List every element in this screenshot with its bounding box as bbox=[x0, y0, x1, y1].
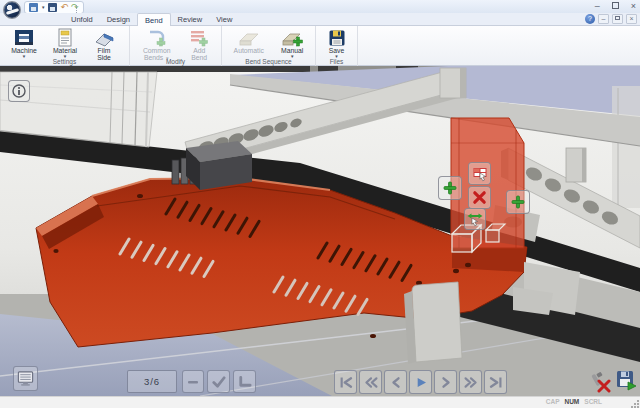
previous-icon bbox=[388, 375, 404, 390]
delete-tool-button[interactable] bbox=[468, 186, 491, 209]
application-window: ▼ ↶ ↷ – × Unfold Design Bend Review View… bbox=[0, 0, 640, 408]
screw-hole bbox=[53, 249, 58, 253]
manual-button[interactable]: Manual ▼ bbox=[272, 27, 312, 59]
add-tool-right-button[interactable] bbox=[506, 190, 530, 214]
check-icon bbox=[211, 374, 226, 389]
maximize-button[interactable] bbox=[612, 0, 619, 12]
screw-hole bbox=[453, 269, 459, 273]
rewind-button[interactable] bbox=[359, 370, 382, 394]
add-bend-icon bbox=[188, 28, 210, 47]
corner-step-button[interactable] bbox=[233, 370, 256, 393]
manual-icon bbox=[281, 28, 303, 47]
restore-icon bbox=[615, 16, 620, 20]
export-save-button[interactable] bbox=[615, 369, 638, 392]
save-dropdown-icon[interactable]: ▼ bbox=[41, 5, 45, 10]
save-all-icon[interactable] bbox=[48, 3, 57, 12]
minimize-button[interactable]: – bbox=[595, 0, 600, 12]
ribbon-group-modify: Common Bends ▼ Add Bend Modify bbox=[130, 26, 222, 66]
film-side-icon bbox=[93, 28, 115, 47]
monitor-icon bbox=[16, 369, 35, 388]
grid-cursor-icon bbox=[472, 166, 488, 182]
info-button[interactable] bbox=[8, 80, 30, 102]
screw-hole bbox=[465, 263, 471, 267]
delete-x-icon bbox=[472, 190, 487, 205]
automatic-icon bbox=[238, 28, 260, 47]
corner-icon bbox=[237, 374, 252, 389]
minus-icon bbox=[186, 375, 200, 389]
scene-canvas bbox=[0, 66, 640, 396]
play-button[interactable] bbox=[409, 370, 432, 394]
document-minimize-button[interactable]: – bbox=[598, 14, 609, 24]
window-controls: – × bbox=[595, 0, 636, 12]
group-label-files: Files bbox=[316, 58, 357, 66]
move-arrow-icon bbox=[467, 211, 483, 227]
previous-button[interactable] bbox=[384, 370, 407, 394]
tool-delete-icon bbox=[591, 372, 612, 393]
fast-forward-icon bbox=[463, 375, 479, 390]
ribbon: Machine ▼ Material ▼ Film Side Settings bbox=[0, 26, 640, 66]
automatic-button[interactable]: Automatic bbox=[225, 27, 272, 54]
screw-hole bbox=[137, 194, 143, 198]
titlebar: ▼ ↶ ↷ – × bbox=[0, 0, 640, 13]
app-logo-icon[interactable] bbox=[3, 1, 21, 19]
skip-last-button[interactable] bbox=[484, 370, 507, 394]
common-bends-button[interactable]: Common Bends ▼ bbox=[133, 27, 180, 61]
delete-setup-button[interactable] bbox=[591, 372, 612, 393]
confirm-step-button[interactable] bbox=[207, 370, 230, 393]
top-beam-edge bbox=[0, 66, 310, 72]
skip-last-icon bbox=[488, 375, 504, 390]
document-restore-button[interactable] bbox=[612, 14, 623, 24]
status-bar: CAP NUM SCRL bbox=[0, 396, 640, 408]
right-machine-column bbox=[612, 86, 640, 208]
close-button[interactable]: × bbox=[631, 0, 636, 12]
tab-review[interactable]: Review bbox=[171, 13, 210, 26]
group-label-bend-sequence: Bend Sequence bbox=[222, 58, 315, 66]
next-button[interactable] bbox=[434, 370, 457, 394]
save-export-icon bbox=[615, 369, 638, 392]
resize-grip[interactable] bbox=[630, 399, 639, 408]
skip-first-icon bbox=[338, 375, 354, 390]
toolbar-separator bbox=[76, 5, 79, 13]
info-icon bbox=[12, 84, 26, 98]
rewind-icon bbox=[363, 375, 379, 390]
tab-bend[interactable]: Bend bbox=[137, 13, 171, 26]
bend-step-indicator[interactable]: 3/6 bbox=[127, 370, 177, 393]
screw-hole bbox=[370, 334, 376, 338]
tab-view[interactable]: View bbox=[209, 13, 239, 26]
move-tool-button[interactable] bbox=[464, 208, 486, 230]
3d-viewport[interactable]: 3/6 bbox=[0, 66, 640, 396]
select-zone-button[interactable] bbox=[468, 162, 491, 185]
play-icon bbox=[413, 375, 429, 390]
tab-design[interactable]: Design bbox=[100, 13, 137, 26]
group-label-settings: Settings bbox=[0, 58, 129, 66]
machine-icon bbox=[13, 28, 35, 47]
ribbon-group-settings: Machine ▼ Material ▼ Film Side Settings bbox=[0, 26, 130, 66]
document-close-button[interactable]: × bbox=[626, 14, 637, 24]
caps-lock-indicator: CAP bbox=[546, 398, 560, 405]
ribbon-tab-row: Unfold Design Bend Review View ? – × bbox=[0, 13, 640, 26]
screen-view-button[interactable] bbox=[13, 366, 38, 391]
tab-unfold[interactable]: Unfold bbox=[64, 13, 100, 26]
machine-button[interactable]: Machine ▼ bbox=[3, 27, 45, 59]
num-lock-indicator: NUM bbox=[564, 398, 579, 405]
add-bend-button[interactable]: Add Bend bbox=[180, 27, 218, 61]
scroll-lock-indicator: SCRL bbox=[584, 398, 602, 405]
remove-step-button[interactable] bbox=[182, 370, 204, 393]
material-icon bbox=[54, 28, 76, 47]
ribbon-group-files: Save ▼ Files bbox=[316, 26, 358, 66]
save-file-icon bbox=[326, 28, 348, 47]
film-side-button[interactable]: Film Side bbox=[85, 27, 123, 61]
material-button[interactable]: Material ▼ bbox=[45, 27, 85, 59]
add-tool-left-button[interactable] bbox=[438, 176, 462, 200]
save-icon[interactable] bbox=[29, 3, 38, 12]
undo-icon[interactable]: ↶ bbox=[60, 3, 68, 12]
next-icon bbox=[438, 375, 454, 390]
save-button[interactable]: Save ▼ bbox=[319, 27, 354, 59]
plus-icon bbox=[442, 180, 458, 196]
skip-first-button[interactable] bbox=[334, 370, 357, 394]
plus-icon bbox=[510, 194, 526, 210]
fast-forward-button[interactable] bbox=[459, 370, 482, 394]
help-button[interactable]: ? bbox=[585, 14, 595, 24]
common-bends-icon bbox=[146, 28, 168, 47]
maximize-icon bbox=[612, 2, 619, 9]
